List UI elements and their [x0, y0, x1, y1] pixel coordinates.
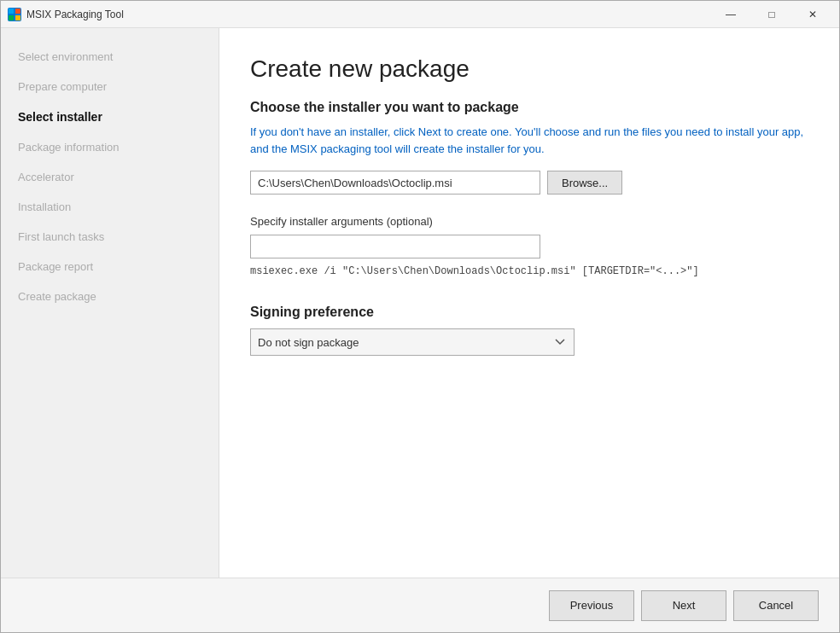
- command-preview: msiexec.exe /i "C:\Users\Chen\Downloads\…: [250, 265, 808, 277]
- svg-rect-0: [9, 9, 14, 14]
- sidebar-item-accelerator[interactable]: Accelerator: [1, 162, 219, 192]
- sidebar-item-select-environment[interactable]: Select environment: [1, 42, 219, 72]
- args-label: Specify installer arguments (optional): [250, 215, 808, 228]
- sidebar-item-select-installer[interactable]: Select installer: [1, 102, 219, 132]
- close-button[interactable]: ✕: [793, 2, 832, 27]
- info-text: If you don't have an installer, click Ne…: [250, 124, 808, 157]
- maximize-button[interactable]: □: [752, 2, 791, 27]
- content-area: Select environment Prepare computer Sele…: [1, 28, 839, 578]
- signing-title: Signing preference: [250, 305, 808, 320]
- svg-rect-2: [9, 15, 14, 20]
- browse-button[interactable]: Browse...: [547, 171, 622, 195]
- installer-path-input[interactable]: [250, 171, 540, 195]
- sidebar-item-create-package[interactable]: Create package: [1, 282, 219, 311]
- window-controls: — □ ✕: [711, 2, 832, 27]
- svg-rect-3: [15, 15, 20, 20]
- svg-rect-1: [15, 9, 20, 14]
- main-window: MSIX Packaging Tool — □ ✕ Select environ…: [0, 0, 840, 633]
- main-content: Create new package Choose the installer …: [219, 28, 839, 578]
- bottom-bar: Previous Next Cancel: [1, 578, 839, 632]
- app-icon: [8, 8, 21, 21]
- sidebar-item-prepare-computer[interactable]: Prepare computer: [1, 72, 219, 102]
- window-title: MSIX Packaging Tool: [26, 9, 711, 20]
- installer-section-title: Choose the installer you want to package: [250, 100, 808, 115]
- sidebar-item-first-launch-tasks[interactable]: First launch tasks: [1, 222, 219, 252]
- installer-row: Browse...: [250, 171, 808, 195]
- minimize-button[interactable]: —: [711, 2, 750, 27]
- next-button[interactable]: Next: [641, 590, 726, 621]
- sidebar-item-installation[interactable]: Installation: [1, 192, 219, 222]
- page-title: Create new package: [250, 55, 808, 83]
- cancel-button[interactable]: Cancel: [733, 590, 819, 621]
- installer-args-input[interactable]: [250, 235, 540, 258]
- titlebar: MSIX Packaging Tool — □ ✕: [1, 1, 839, 28]
- signing-select[interactable]: Do not sign package Sign with certificat…: [250, 328, 575, 356]
- sidebar-item-package-report[interactable]: Package report: [1, 252, 219, 282]
- signing-select-wrapper: Do not sign package Sign with certificat…: [250, 328, 575, 356]
- sidebar-item-package-information[interactable]: Package information: [1, 132, 219, 162]
- previous-button[interactable]: Previous: [549, 590, 634, 621]
- sidebar: Select environment Prepare computer Sele…: [1, 28, 219, 578]
- signing-section: Signing preference Do not sign package S…: [250, 305, 808, 356]
